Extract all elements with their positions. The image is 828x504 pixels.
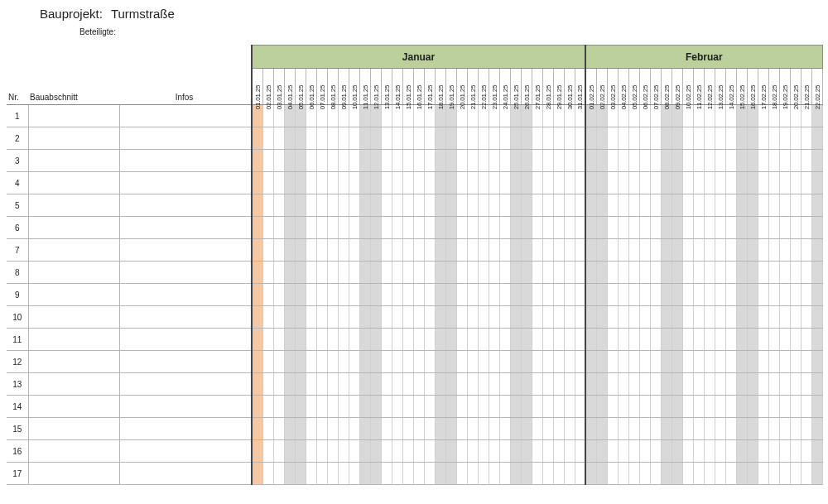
gantt-cell[interactable] — [252, 329, 262, 351]
gantt-cell[interactable] — [381, 396, 392, 418]
gantt-cell[interactable] — [596, 127, 607, 150]
gantt-cell[interactable] — [725, 463, 736, 485]
gantt-cell[interactable] — [618, 373, 628, 396]
section-cell[interactable] — [28, 172, 119, 194]
gantt-cell[interactable] — [359, 150, 370, 172]
section-cell[interactable] — [28, 217, 119, 239]
gantt-cell[interactable] — [359, 329, 370, 351]
info-cell[interactable] — [119, 463, 252, 485]
gantt-cell[interactable] — [585, 440, 596, 463]
gantt-cell[interactable] — [693, 418, 704, 440]
gantt-cell[interactable] — [801, 194, 811, 217]
gantt-cell[interactable] — [779, 463, 790, 485]
gantt-cell[interactable] — [725, 284, 736, 306]
gantt-cell[interactable] — [639, 306, 650, 329]
gantt-cell[interactable] — [628, 396, 639, 418]
gantt-cell[interactable] — [758, 150, 768, 172]
gantt-cell[interactable] — [370, 217, 381, 239]
gantt-cell[interactable] — [672, 150, 682, 172]
gantt-cell[interactable] — [510, 127, 521, 150]
gantt-cell[interactable] — [736, 463, 747, 485]
gantt-cell[interactable] — [435, 194, 445, 217]
gantt-cell[interactable] — [381, 217, 392, 239]
gantt-cell[interactable] — [370, 351, 381, 373]
gantt-cell[interactable] — [327, 217, 338, 239]
gantt-cell[interactable] — [715, 127, 725, 150]
gantt-cell[interactable] — [499, 150, 510, 172]
section-cell[interactable] — [28, 284, 119, 306]
gantt-cell[interactable] — [349, 239, 359, 262]
gantt-cell[interactable] — [306, 150, 316, 172]
gantt-cell[interactable] — [295, 418, 306, 440]
gantt-cell[interactable] — [456, 284, 467, 306]
gantt-cell[interactable] — [618, 440, 628, 463]
gantt-cell[interactable] — [811, 239, 822, 262]
gantt-cell[interactable] — [585, 194, 596, 217]
gantt-cell[interactable] — [370, 262, 381, 284]
gantt-cell[interactable] — [585, 329, 596, 351]
gantt-cell[interactable] — [811, 306, 822, 329]
gantt-cell[interactable] — [316, 172, 327, 194]
info-cell[interactable] — [119, 396, 252, 418]
info-cell[interactable] — [119, 105, 252, 127]
gantt-cell[interactable] — [693, 329, 704, 351]
gantt-cell[interactable] — [693, 172, 704, 194]
gantt-cell[interactable] — [467, 329, 478, 351]
gantt-cell[interactable] — [284, 306, 295, 329]
gantt-cell[interactable] — [704, 217, 715, 239]
gantt-cell[interactable] — [435, 306, 445, 329]
section-cell[interactable] — [28, 239, 119, 262]
gantt-cell[interactable] — [607, 306, 618, 329]
gantt-cell[interactable] — [790, 351, 801, 373]
gantt-cell[interactable] — [682, 172, 693, 194]
gantt-cell[interactable] — [478, 127, 489, 150]
gantt-cell[interactable] — [467, 262, 478, 284]
section-cell[interactable] — [28, 194, 119, 217]
gantt-cell[interactable] — [736, 306, 747, 329]
gantt-cell[interactable] — [284, 329, 295, 351]
gantt-cell[interactable] — [725, 239, 736, 262]
gantt-cell[interactable] — [478, 262, 489, 284]
gantt-cell[interactable] — [273, 284, 284, 306]
gantt-cell[interactable] — [306, 262, 316, 284]
gantt-cell[interactable] — [639, 284, 650, 306]
gantt-cell[interactable] — [672, 127, 682, 150]
gantt-cell[interactable] — [736, 262, 747, 284]
gantt-cell[interactable] — [747, 194, 758, 217]
gantt-cell[interactable] — [392, 284, 402, 306]
gantt-cell[interactable] — [575, 373, 585, 396]
gantt-cell[interactable] — [650, 440, 661, 463]
gantt-cell[interactable] — [758, 172, 768, 194]
gantt-cell[interactable] — [252, 194, 262, 217]
gantt-cell[interactable] — [306, 217, 316, 239]
gantt-cell[interactable] — [456, 373, 467, 396]
gantt-cell[interactable] — [338, 329, 349, 351]
gantt-cell[interactable] — [542, 262, 553, 284]
gantt-cell[interactable] — [370, 396, 381, 418]
gantt-cell[interactable] — [585, 396, 596, 418]
gantt-cell[interactable] — [338, 418, 349, 440]
gantt-cell[interactable] — [262, 373, 273, 396]
gantt-cell[interactable] — [327, 284, 338, 306]
gantt-cell[interactable] — [801, 217, 811, 239]
gantt-cell[interactable] — [650, 127, 661, 150]
gantt-cell[interactable] — [650, 262, 661, 284]
gantt-cell[interactable] — [768, 172, 779, 194]
gantt-cell[interactable] — [628, 194, 639, 217]
gantt-cell[interactable] — [435, 396, 445, 418]
gantt-cell[interactable] — [521, 306, 532, 329]
gantt-cell[interactable] — [682, 306, 693, 329]
gantt-cell[interactable] — [402, 351, 413, 373]
gantt-cell[interactable] — [790, 262, 801, 284]
gantt-cell[interactable] — [381, 351, 392, 373]
gantt-cell[interactable] — [768, 284, 779, 306]
gantt-cell[interactable] — [736, 351, 747, 373]
gantt-cell[interactable] — [801, 373, 811, 396]
gantt-cell[interactable] — [661, 440, 672, 463]
gantt-cell[interactable] — [618, 262, 628, 284]
gantt-cell[interactable] — [672, 418, 682, 440]
gantt-cell[interactable] — [532, 284, 542, 306]
gantt-cell[interactable] — [661, 329, 672, 351]
gantt-cell[interactable] — [758, 194, 768, 217]
gantt-cell[interactable] — [413, 329, 424, 351]
